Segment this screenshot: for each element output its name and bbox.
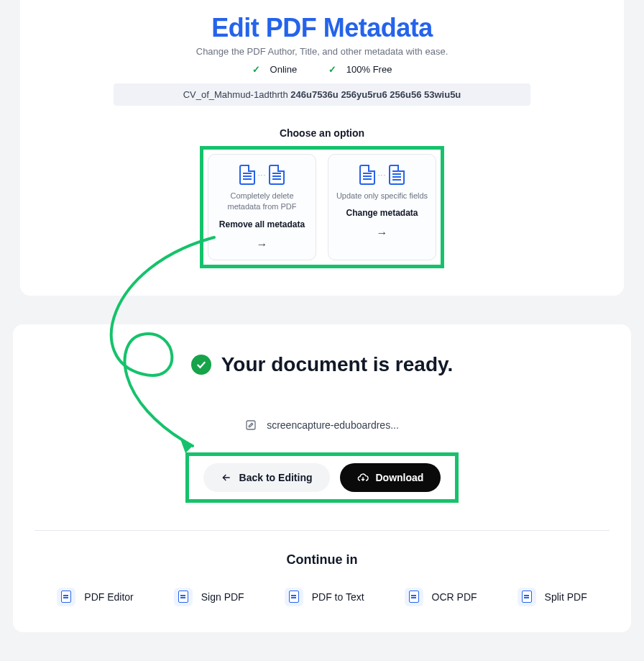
arrow-left-icon [221,472,232,483]
ocr-pdf-icon [405,588,423,606]
actions-highlight-box: Back to Editing Download [185,452,459,503]
feature-tags: ✓Online ✓100% Free [20,64,624,75]
pdf-to-text-icon [285,588,303,606]
document-lines-icon [389,165,405,185]
document-icon [359,165,375,185]
output-file-row: screencapture-eduboardres... [13,419,631,431]
document-icon [269,165,285,185]
page-subtitle: Change the PDF Author, Title, and other … [20,46,624,57]
back-to-editing-button[interactable]: Back to Editing [203,463,330,492]
dots-icon: ··· [258,171,266,179]
cloud-download-icon [357,472,369,483]
svg-rect-0 [247,421,255,429]
divider [34,530,610,531]
option-icons: ··· [334,165,430,185]
arrow-right-icon: → [214,238,310,251]
filename-bold: 246u7536u 256yu5ru6 256u56 53wiu5u [290,89,461,100]
ready-heading-row: Your document is ready. [13,353,631,376]
check-icon: ✓ [252,64,260,75]
option-desc: Update only specific fields [334,191,430,201]
option-remove-metadata[interactable]: ··· Completely delete metadata from PDF … [208,154,316,260]
arrow-right-icon: → [334,227,430,240]
option-icons: ··· [214,165,310,185]
page-title: Edit PDF Metadata [20,13,624,43]
options-highlight-box: ··· Completely delete metadata from PDF … [200,146,444,268]
tool-ocr-pdf[interactable]: OCR PDF [405,588,477,606]
choose-option-heading: Choose an option [20,127,624,139]
download-button[interactable]: Download [340,463,441,492]
option-title: Change metadata [334,207,430,219]
check-icon: ✓ [328,64,336,75]
tool-split-pdf[interactable]: Split PDF [518,588,587,606]
ready-heading: Your document is ready. [221,353,454,376]
tag-online: ✓Online [245,64,305,75]
option-desc: Completely delete metadata from PDF [214,191,310,213]
ready-panel: Your document is ready. screencapture-ed… [13,324,631,632]
output-filename: screencapture-eduboardres... [267,419,399,431]
filename-plain: CV_of_Mahmud-1adthrth [183,89,288,100]
pencil-icon [245,419,257,431]
tool-pdf-editor[interactable]: PDF Editor [57,588,133,606]
dots-icon: ··· [378,171,386,179]
pdf-editor-icon [57,588,75,606]
filename-bar: CV_of_Mahmud-1adthrth 246u7536u 256yu5ru… [114,83,530,106]
tools-row: PDF Editor Sign PDF PDF to Text OCR PDF … [13,588,631,606]
success-check-icon [191,355,211,375]
continue-heading: Continue in [13,552,631,567]
tool-sign-pdf[interactable]: Sign PDF [174,588,244,606]
sign-pdf-icon [174,588,193,606]
split-pdf-icon [518,588,536,606]
tag-free: ✓100% Free [321,64,400,75]
tool-pdf-to-text[interactable]: PDF to Text [285,588,364,606]
edit-metadata-panel: Edit PDF Metadata Change the PDF Author,… [20,0,624,296]
option-title: Remove all metadata [214,219,310,231]
option-change-metadata[interactable]: ··· Update only specific fields Change m… [328,154,436,260]
document-icon [239,165,255,185]
